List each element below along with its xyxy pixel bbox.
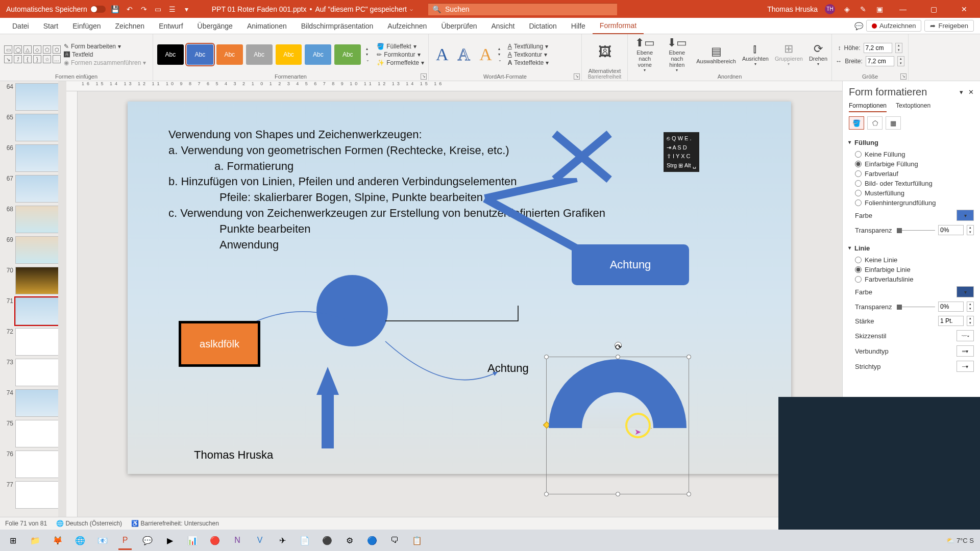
thumb-64[interactable] xyxy=(15,83,61,111)
dialog-launcher-formenarten[interactable]: ↘ xyxy=(421,73,427,80)
app-icon[interactable]: 📋 xyxy=(407,531,427,550)
shape-style-7[interactable]: Abc xyxy=(334,44,361,65)
explorer-icon[interactable]: 📁 xyxy=(26,531,45,550)
autosave-toggle[interactable]: Automatisches Speichern xyxy=(6,5,106,13)
size-props-icon[interactable]: ▦ xyxy=(886,116,901,130)
shape-style-3[interactable]: Abc xyxy=(216,44,243,65)
line-color-picker[interactable]: ▾ xyxy=(957,286,974,297)
user-name[interactable]: Thomas Hruska xyxy=(767,5,818,13)
sketch-style-combo[interactable]: 〰▾ xyxy=(957,330,974,341)
up-arrow-shape[interactable] xyxy=(316,367,339,395)
pane-options-icon[interactable]: ▾ xyxy=(960,88,963,96)
tab-uebergaenge[interactable]: Übergänge xyxy=(190,18,240,34)
tab-einfuegen[interactable]: Einfügen xyxy=(65,18,108,34)
tab-zeichnen[interactable]: Zeichnen xyxy=(108,18,152,34)
wordart-style-3[interactable]: A xyxy=(476,45,495,64)
wordart-down[interactable]: ▾ xyxy=(498,52,502,57)
close-button[interactable]: ✕ xyxy=(952,0,976,18)
author-text[interactable]: Thomas Hruska xyxy=(194,448,273,462)
vlc-icon[interactable]: ▶ xyxy=(160,531,180,550)
weather-widget[interactable]: ⛅ 7°C S xyxy=(946,537,974,544)
vscode-icon[interactable]: V xyxy=(250,531,270,550)
powerpoint-icon[interactable]: P xyxy=(115,531,135,550)
dialog-launcher-size[interactable]: ↘ xyxy=(900,73,906,80)
comments-icon[interactable]: 💬 xyxy=(854,22,863,30)
alttext-button[interactable]: Alternativtext xyxy=(586,67,623,74)
tab-start[interactable]: Start xyxy=(36,18,66,34)
thumb-69[interactable] xyxy=(15,236,61,264)
share-button[interactable]: ➦Freigeben xyxy=(924,20,974,32)
wordart-up[interactable]: ▴ xyxy=(498,46,502,51)
tab-hilfe[interactable]: Hilfe xyxy=(564,18,593,34)
thumb-76[interactable] xyxy=(15,450,61,478)
slide-counter[interactable]: Folie 71 von 81 xyxy=(5,520,47,527)
thumb-71[interactable] xyxy=(15,297,61,325)
app-icon[interactable]: ⚙ xyxy=(340,531,359,550)
thumb-70[interactable] xyxy=(15,267,61,294)
radio-solid-line[interactable]: Einfarbige Linie xyxy=(849,265,974,274)
radio-pattern-fill[interactable]: Musterfüllung xyxy=(849,188,974,198)
edit-shape-button[interactable]: ✎ Form bearbeiten ▾ xyxy=(64,43,146,50)
telegram-icon[interactable]: ✈ xyxy=(273,531,292,550)
fill-line-icon[interactable]: 🪣 xyxy=(849,116,864,130)
shape-style-2[interactable]: Abc xyxy=(187,44,213,65)
radio-solid-fill[interactable]: Einfarbige Füllung xyxy=(849,159,974,169)
wordart-style-2[interactable]: A xyxy=(455,45,474,64)
from-beginning-icon[interactable]: ▭ xyxy=(154,5,163,14)
tab-dictation[interactable]: Dictation xyxy=(522,18,564,34)
app-icon[interactable]: 🗨 xyxy=(385,531,404,550)
text-fill-button[interactable]: A Textfüllung ▾ xyxy=(508,43,549,50)
align-button[interactable]: ⫿Ausrichten▾ xyxy=(742,42,769,66)
start-button[interactable]: ⊞ xyxy=(3,531,22,550)
rotate-handle[interactable]: ⟳ xyxy=(615,342,622,349)
fill-color-picker[interactable]: ▾ xyxy=(957,210,974,221)
achtung-text[interactable]: Achtung xyxy=(487,362,529,375)
orange-box[interactable]: aslkdfölk xyxy=(179,321,260,367)
firefox-icon[interactable]: 🦊 xyxy=(48,531,67,550)
width-input[interactable]: ↔ Breite: ▴▾ xyxy=(836,56,904,66)
section-fuellung[interactable]: ▸Füllung xyxy=(849,136,974,149)
tab-textoptionen[interactable]: Textoptionen xyxy=(896,100,930,112)
keyboard-image[interactable]: ⎋ Q W E .⇥ A S D⇧ I Y X CStrg ⊞ Alt ␣ xyxy=(664,132,699,172)
thumb-72[interactable] xyxy=(15,328,61,356)
thumb-77[interactable] xyxy=(15,481,61,509)
tab-animationen[interactable]: Animationen xyxy=(240,18,294,34)
save-icon[interactable]: 💾 xyxy=(111,5,120,14)
app-icon[interactable]: 🔵 xyxy=(362,531,382,550)
radio-gradient-fill[interactable]: Farbverlauf xyxy=(849,169,974,179)
qat-overflow-icon[interactable]: ▾ xyxy=(182,5,191,14)
text-outline-button[interactable]: A Textkontur ▾ xyxy=(508,51,549,58)
section-linie[interactable]: ▸Linie xyxy=(849,241,974,255)
thumb-65[interactable] xyxy=(15,114,61,141)
selection-pane-button[interactable]: ▤Auswahlbereich xyxy=(696,45,736,64)
shape-gallery[interactable]: ▭◯△◇⬠⬡ ↘⤴{}☆… xyxy=(4,45,61,63)
shape-effects-button[interactable]: ✨ Formeffekte ▾ xyxy=(377,59,424,66)
effects-icon[interactable]: ⬠ xyxy=(867,116,883,130)
dash-type-combo[interactable]: ─▾ xyxy=(957,361,974,372)
dialog-launcher-wordart[interactable]: ↘ xyxy=(574,73,580,80)
tab-formoptionen[interactable]: Formoptionen xyxy=(849,100,887,112)
pane-close-icon[interactable]: ✕ xyxy=(968,88,974,96)
obs-icon[interactable]: ⚫ xyxy=(317,531,337,550)
app-icon[interactable]: 💬 xyxy=(138,531,157,550)
tab-ansicht[interactable]: Ansicht xyxy=(484,18,522,34)
shape-style-6[interactable]: Abc xyxy=(305,44,331,65)
slide-canvas[interactable]: Verwendung von Shapes und Zeichenwerkzeu… xyxy=(128,102,791,474)
thumb-75[interactable] xyxy=(15,420,61,447)
maximize-button[interactable]: ▢ xyxy=(922,0,945,18)
app-icon[interactable]: 🔴 xyxy=(205,531,225,550)
style-gallery-up[interactable]: ▴ xyxy=(366,46,370,51)
accessibility-status[interactable]: ♿ Barrierefreiheit: Untersuchen xyxy=(131,520,219,527)
alttext-icon[interactable]: 🖼 xyxy=(598,44,611,60)
radio-no-line[interactable]: Keine Linie xyxy=(849,255,974,265)
radio-slide-bg-fill[interactable]: Folienhintergrundfüllung xyxy=(849,198,974,208)
thumb-67[interactable] xyxy=(15,175,61,203)
shape-fill-button[interactable]: 🪣 Fülleffekt ▾ xyxy=(377,43,424,50)
radio-gradient-line[interactable]: Farbverlaufslinie xyxy=(849,274,974,284)
thumb-74[interactable] xyxy=(15,389,61,417)
thumb-scrollbar[interactable] xyxy=(58,81,66,517)
fill-transparency-input[interactable] xyxy=(938,225,964,235)
thumb-66[interactable] xyxy=(15,144,61,172)
compound-type-combo[interactable]: ═▾ xyxy=(957,345,974,357)
send-backward-button[interactable]: ⬇▭Ebene nach hinten▾ xyxy=(664,36,690,72)
